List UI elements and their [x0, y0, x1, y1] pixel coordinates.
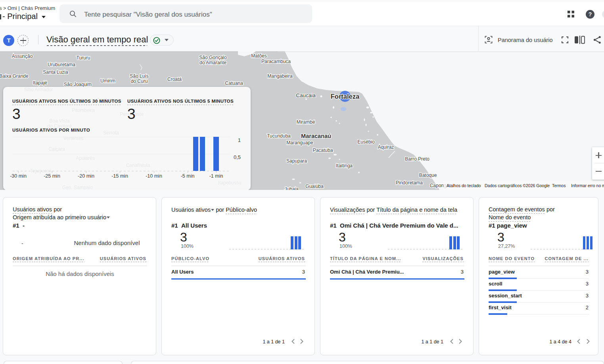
- svg-text:Baixa Grande: Baixa Grande: [0, 73, 29, 79]
- svg-text:Pindoretama: Pindoretama: [396, 180, 423, 186]
- svg-text:Guaiúba: Guaiúba: [305, 184, 324, 189]
- svg-text:Tucunduba: Tucunduba: [267, 133, 291, 139]
- svg-text:Batoque: Batoque: [419, 172, 437, 178]
- svg-text:do Curu: do Curu: [131, 79, 148, 84]
- svg-text:Matões: Matões: [251, 53, 267, 59]
- svg-text:Pacatuba: Pacatuba: [313, 148, 333, 153]
- svg-text:Uruburetama: Uruburetama: [48, 62, 75, 67]
- svg-text:Catuana: Catuana: [225, 80, 243, 86]
- svg-text:Maranguape: Maranguape: [286, 140, 313, 146]
- svg-text:Fortaleza: Fortaleza: [331, 93, 360, 100]
- svg-text:Croatá: Croatá: [167, 77, 182, 82]
- svg-text:Mirambé: Mirambé: [297, 119, 315, 125]
- svg-text:Caucaia: Caucaia: [296, 92, 316, 98]
- svg-text:São Luís: São Luís: [130, 73, 148, 79]
- svg-text:Mangabeira: Mangabeira: [267, 73, 293, 79]
- svg-text:Eusébio: Eusébio: [357, 139, 375, 145]
- svg-text:São Gonçalo: São Gonçalo: [199, 55, 227, 60]
- svg-text:Barro Preto: Barro Preto: [405, 156, 430, 162]
- svg-text:do Amarante: do Amarante: [199, 60, 226, 65]
- svg-text:Paracambuca: Paracambuca: [261, 59, 291, 64]
- svg-text:Maracanaú: Maracanaú: [301, 133, 331, 139]
- svg-text:Jubaia: Jubaia: [284, 186, 299, 190]
- svg-text:Santa Luzia: Santa Luzia: [43, 69, 68, 75]
- svg-text:Aquiraz: Aquiraz: [378, 144, 394, 150]
- svg-text:Itapajé: Itapajé: [33, 80, 47, 86]
- svg-text:Tururu: Tururu: [77, 55, 90, 61]
- svg-text:Umirim: Umirim: [100, 78, 115, 84]
- svg-text:Assunção: Assunção: [12, 54, 33, 59]
- svg-text:São Joaquim: São Joaquim: [64, 82, 92, 87]
- svg-text:Sapupara: Sapupara: [286, 158, 307, 164]
- svg-text:Itaitinga: Itaitinga: [336, 163, 353, 169]
